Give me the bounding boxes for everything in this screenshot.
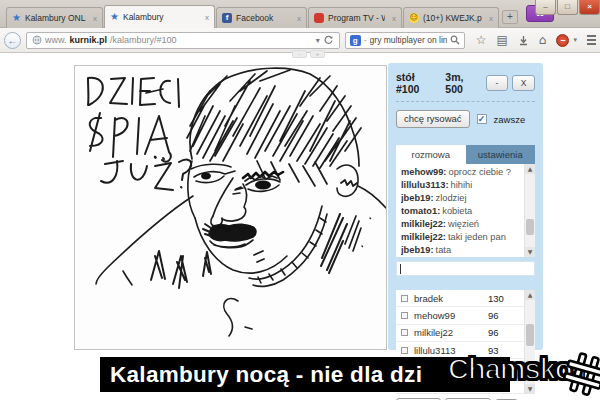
globe-icon [32,35,42,45]
player-checkbox[interactable] [401,312,408,319]
tab-close-icon[interactable]: x [294,14,301,23]
scrollbar-thumb[interactable] [526,324,534,346]
tab-kwejk[interactable]: ☺ (10+) KWEJK.pl - Najlepszy... x [403,7,499,28]
star-icon: ★ [12,13,21,23]
scroll-up-icon[interactable]: ▲ [525,290,535,300]
tab-settings[interactable]: ustawienia [466,145,536,164]
tab-close-icon[interactable]: x [202,13,209,22]
table-title: stół #100 [396,71,438,95]
clipboard-icon[interactable]: ▤ [497,34,508,46]
tab-program-tv[interactable]: Program TV - Wszystkie p... x [308,7,402,28]
chat-input[interactable] [396,261,535,276]
ear [337,165,358,196]
panel-minimize-button[interactable]: - [486,75,509,91]
tab-close-icon[interactable]: x [389,14,396,23]
player-row[interactable]: mehow9996 [396,307,535,324]
always-checkbox[interactable]: ✓ [477,114,487,124]
facebook-icon: f [222,13,232,23]
window-controls: – □ × [534,0,600,15]
drawing-canvas[interactable] [74,65,387,350]
bookmark-star-icon[interactable]: ☆ [476,34,487,46]
chamsko-hash-icon [563,351,600,397]
player-checkbox[interactable] [401,329,408,336]
reload-icon[interactable] [323,35,334,46]
player-row[interactable]: bradek130 [396,290,535,307]
hatching [151,214,371,288]
chat-scrollbar[interactable]: ▲ ▼ [524,164,535,257]
tab-label: Facebook [236,13,290,23]
tab-label: Kalambury ONLINE, zagraj... [25,13,86,23]
tab-close-icon[interactable]: x [486,14,493,23]
maximize-button[interactable]: □ [557,0,578,15]
toolbar-icons: ☆ ▤ ⌂ – ▾ [476,34,596,47]
always-checkbox-label: zawsze [494,114,526,125]
panel-close-button[interactable]: X [512,75,535,91]
menu-icon[interactable] [587,35,596,45]
download-icon[interactable] [518,35,529,46]
home-icon[interactable]: ⌂ [539,34,547,46]
game-panel: stół #100 3m, 500 - X chcę rysować ✓ zaw… [388,63,543,350]
browser-titlebar: ★ Kalambury ONLINE, zagraj... x ★ Kalamb… [0,0,600,28]
adblock-icon[interactable]: – [556,34,569,47]
tab-kalambury-online[interactable]: ★ Kalambury ONLINE, zagraj... x [6,7,103,28]
tab-label: Program TV - Wszystkie p... [328,13,385,23]
hair-scribble [187,68,361,186]
tab-facebook[interactable]: f Facebook x [216,7,307,28]
tv-icon [314,13,324,23]
chat-message: tomato1:kobieta [401,205,521,218]
player-row[interactable]: milkilej2296 [396,325,535,342]
scroll-up-icon[interactable]: ▲ [525,164,535,174]
chat-message: milkilej22:więzień [401,218,521,231]
chat-message: lillulu3113:hihihi [401,179,521,192]
divider [396,101,535,102]
search-value: gry multiplayer on line [370,35,447,45]
url-dropdown-icon[interactable]: ▾ [316,36,320,45]
tab-chat[interactable]: rozmowa [396,145,466,164]
new-tab-button[interactable]: + [502,10,518,24]
url-www: www. [45,35,67,45]
close-button[interactable]: × [579,0,600,15]
back-button[interactable]: ← [4,32,21,49]
star-icon: ★ [110,12,119,22]
chat-message: jbeb19:tata [401,244,521,257]
url-bar[interactable]: www.kurnik.pl/kalambury/#100 ▾ [26,32,340,49]
chat-log: mehow99:oprocz ciebie ? lillulu3113:hihi… [396,164,535,257]
tab-kalambury-active[interactable]: ★ Kalambury x [104,5,215,28]
tab-close-icon[interactable]: x [90,14,97,23]
mustache [203,224,256,241]
player-checkbox[interactable] [401,295,408,302]
url-path: /kalambury/#100 [110,35,177,45]
mouth [210,240,264,262]
search-icon[interactable] [450,35,460,45]
nose [211,178,247,226]
chat-message: mehow99:oprocz ciebie ? [401,166,521,179]
smiley-icon: ☺ [409,13,419,23]
meme-caption-text: Kalambury nocą - nie dla dzi [110,362,422,388]
scroll-down-icon[interactable]: ▼ [525,247,535,257]
eyes [191,164,283,194]
canvas-zoom-in-button[interactable]: + [310,50,325,58]
canvas-zoom-out-button[interactable]: - [292,50,307,58]
bottom-squiggle [224,299,252,336]
tab-label: Kalambury [123,12,198,22]
search-input[interactable]: g - gry multiplayer on line [345,32,465,49]
striped-collar [249,206,327,286]
search-engine-icon[interactable]: g [350,35,361,46]
chat-message: jbeb19:zlodziej [401,192,521,205]
search-separator: - [364,35,367,45]
want-to-draw-button[interactable]: chcę rysować [396,110,470,128]
chat-message: milkilej22:taki jeden pan [401,231,521,244]
minimize-button[interactable]: – [535,0,556,15]
tab-label: (10+) KWEJK.pl - Najlepszy... [423,13,482,23]
url-domain: kurnik.pl [70,35,108,45]
player-checkbox[interactable] [401,347,408,354]
adblock-caret-icon[interactable]: ▾ [573,36,577,44]
table-info: 3m, 500 [445,71,481,95]
scrollbar-thumb[interactable] [526,219,534,235]
handwriting-dzieci-spia-juz [88,78,191,190]
text-caret [400,264,401,274]
